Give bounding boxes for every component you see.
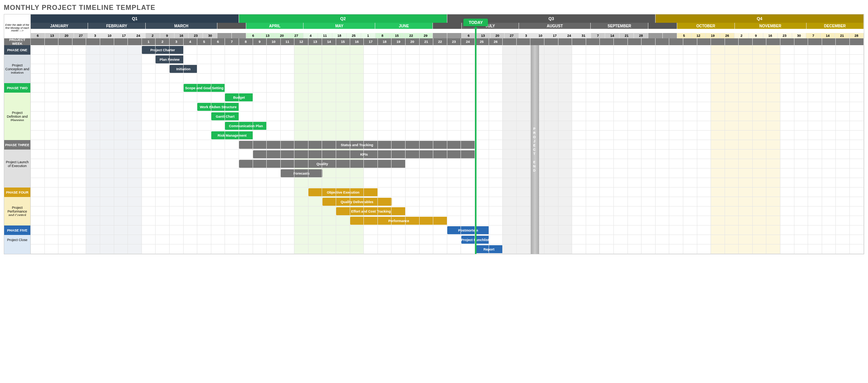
week-number bbox=[100, 38, 114, 45]
week-number bbox=[586, 38, 600, 45]
date-header: 6 bbox=[31, 33, 45, 38]
phase-subtitle: Project Conception and Initiation bbox=[4, 64, 31, 74]
date-header: 18 bbox=[332, 33, 347, 38]
week-number: 6 bbox=[211, 38, 225, 45]
date-header: 6 bbox=[246, 33, 261, 38]
week-number bbox=[656, 38, 670, 45]
date-header: 7 bbox=[806, 33, 821, 38]
week-number: 22 bbox=[433, 38, 447, 45]
phase-header: PHASE THREE bbox=[4, 140, 31, 150]
week-number: 10 bbox=[267, 38, 281, 45]
week-number bbox=[86, 38, 100, 45]
month-header: SEPTEMBER bbox=[591, 23, 648, 29]
month-header: AUGUST bbox=[519, 23, 591, 29]
week-number bbox=[558, 38, 572, 45]
date-header: 5 bbox=[677, 33, 692, 38]
date-header: 8 bbox=[376, 33, 390, 38]
week-number bbox=[794, 38, 808, 45]
date-header: 24 bbox=[562, 33, 577, 38]
month-header: DECEMBER bbox=[807, 23, 864, 29]
week-number bbox=[72, 38, 86, 45]
week-number bbox=[114, 38, 128, 45]
week-number bbox=[850, 38, 864, 45]
week-number bbox=[31, 38, 45, 45]
phase-subtitle: Project Close bbox=[4, 235, 31, 244]
week-number: 20 bbox=[406, 38, 420, 45]
date-header: 28 bbox=[849, 33, 864, 38]
date-header: 17 bbox=[548, 33, 562, 38]
phase-header: PHASE TWO bbox=[4, 83, 31, 93]
week-number: 21 bbox=[420, 38, 434, 45]
week-number: 2 bbox=[156, 38, 170, 45]
date-header: 3 bbox=[88, 33, 102, 38]
month-header: JUNE bbox=[375, 23, 432, 29]
date-header: 31 bbox=[577, 33, 591, 38]
date-header: 19 bbox=[706, 33, 720, 38]
date-header: 20 bbox=[275, 33, 289, 38]
week-number bbox=[697, 38, 711, 45]
week-number bbox=[808, 38, 822, 45]
week-number bbox=[572, 38, 586, 45]
week-number: 24 bbox=[461, 38, 475, 45]
week-number bbox=[836, 38, 850, 45]
week-number bbox=[628, 38, 642, 45]
week-number bbox=[753, 38, 767, 45]
week-number bbox=[128, 38, 142, 45]
month-header: OCTOBER bbox=[677, 23, 734, 29]
page-title: MONTHLY PROJECT TIMELINE TEMPLATE bbox=[4, 4, 864, 12]
week-number: 25 bbox=[475, 38, 489, 45]
corner-note: Enter the date of the first Monday of ea… bbox=[4, 23, 31, 33]
week-number: 23 bbox=[447, 38, 461, 45]
week-number bbox=[725, 38, 739, 45]
date-header bbox=[663, 33, 677, 38]
today-marker bbox=[475, 19, 476, 254]
week-number bbox=[711, 38, 725, 45]
date-header: 14 bbox=[821, 33, 835, 38]
quarter-header: Q4 bbox=[656, 14, 864, 23]
week-number: 11 bbox=[281, 38, 295, 45]
week-number: 19 bbox=[392, 38, 406, 45]
week-number: 15 bbox=[336, 38, 350, 45]
project-end-marker: PROJECTEND bbox=[531, 45, 539, 254]
month-header: MARCH bbox=[146, 23, 217, 29]
week-number bbox=[600, 38, 614, 45]
month-header bbox=[433, 23, 462, 29]
date-header: 22 bbox=[404, 33, 418, 38]
week-number: 3 bbox=[170, 38, 184, 45]
week-number bbox=[544, 38, 558, 45]
date-header: 17 bbox=[117, 33, 131, 38]
phase-subtitle: Project Performance and Control bbox=[4, 206, 31, 216]
week-number bbox=[614, 38, 628, 45]
date-header: 10 bbox=[533, 33, 548, 38]
week-number: 16 bbox=[350, 38, 364, 45]
date-header: 21 bbox=[835, 33, 849, 38]
date-header: 2 bbox=[146, 33, 160, 38]
quarter-header: Q1 bbox=[31, 14, 239, 23]
week-number bbox=[766, 38, 780, 45]
date-header: 20 bbox=[60, 33, 74, 38]
month-header bbox=[648, 23, 677, 29]
phase-subtitle: Project Launch of Execution bbox=[4, 159, 31, 169]
week-number: 7 bbox=[225, 38, 239, 45]
date-header: 27 bbox=[289, 33, 303, 38]
week-number: 9 bbox=[253, 38, 267, 45]
date-header: 9 bbox=[160, 33, 175, 38]
week-number bbox=[517, 38, 531, 45]
date-header: 25 bbox=[347, 33, 361, 38]
date-header: 30 bbox=[792, 33, 807, 38]
date-header: 11 bbox=[318, 33, 332, 38]
phase-header: PHASE ONE bbox=[4, 45, 31, 55]
date-header: 24 bbox=[131, 33, 146, 38]
date-header: 13 bbox=[261, 33, 275, 38]
date-header: 16 bbox=[175, 33, 189, 38]
week-number bbox=[45, 38, 59, 45]
date-header: 14 bbox=[605, 33, 620, 38]
month-header bbox=[217, 23, 246, 29]
date-header: 3 bbox=[519, 33, 533, 38]
week-number: 5 bbox=[197, 38, 211, 45]
date-header: 1 bbox=[361, 33, 376, 38]
week-number bbox=[822, 38, 836, 45]
week-number: 14 bbox=[322, 38, 336, 45]
week-number bbox=[530, 38, 544, 45]
date-header: 27 bbox=[505, 33, 519, 38]
